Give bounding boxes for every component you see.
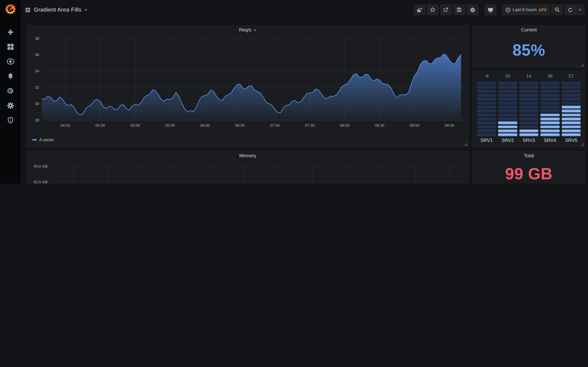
y-tick-label: 28 <box>35 118 39 122</box>
y-tick-label: 30 <box>35 101 39 106</box>
gauge-cell-unlit <box>477 125 496 128</box>
dashboard-settings-button[interactable] <box>467 5 478 15</box>
explore-compass-icon[interactable] <box>0 54 21 69</box>
gauge-labels-row: SRV1SRV2SRV3SRV4SRV5 <box>477 138 581 145</box>
gauge-cell-lit <box>562 129 581 133</box>
header: Gradient Area Fills ▼ <box>21 0 588 20</box>
refresh-button[interactable] <box>565 5 576 15</box>
gauge-cell-lit <box>562 109 581 113</box>
x-tick-label: 08:00 <box>340 123 349 128</box>
alerting-bell-icon[interactable] <box>0 69 21 83</box>
add-panel-button[interactable] <box>414 5 425 15</box>
time-range-picker[interactable]: Last 6 hours UTC <box>502 5 550 15</box>
time-series-chart-red[interactable]: 45.0 GB42.5 GB40.0 GB37.5 GB35.0 GB32.5 … <box>27 151 468 184</box>
time-range-label: Last 6 hours <box>513 7 537 12</box>
configuration-gear-icon[interactable] <box>0 98 21 113</box>
gauge-cell-unlit <box>519 125 538 128</box>
gauge-cell-unlit <box>519 106 538 109</box>
gauge-cell-lit <box>562 125 581 128</box>
gauge-cell-lit <box>540 125 560 128</box>
x-tick-label: 05:00 <box>130 123 140 128</box>
panel-total-stat: Total 99 GB <box>473 151 585 184</box>
gauge-cell-unlit <box>540 90 560 93</box>
gauge-cell-unlit <box>498 101 517 105</box>
gauge-cell-lit <box>498 125 517 128</box>
main-area: Gradient Area Fills ▼ <box>21 0 588 184</box>
gauge-columns <box>477 82 581 136</box>
globe-icon[interactable] <box>0 83 21 98</box>
gauge-cell-unlit <box>477 109 496 113</box>
gauge-cell-unlit <box>498 117 517 121</box>
gauge-column <box>540 82 560 136</box>
gauge-cell-unlit <box>498 90 517 93</box>
gauge-cell-lit <box>562 106 581 109</box>
x-tick-label: 07:00 <box>270 123 280 128</box>
gauge-label: SRV2 <box>498 138 517 145</box>
stat-value-current: 85% <box>473 35 585 65</box>
gauge-cell-lit <box>562 117 581 121</box>
y-tick-label: 45.0 GB <box>34 164 48 169</box>
x-tick-label: 04:30 <box>95 123 105 128</box>
share-button[interactable] <box>440 5 452 15</box>
gauge-values-row: -926143857 <box>477 73 581 81</box>
server-admin-shield-icon[interactable] <box>0 113 21 128</box>
dashboard-title[interactable]: Gradient Area Fills <box>34 7 81 13</box>
gauge-cell-unlit <box>519 94 538 97</box>
gauge-cell-unlit <box>562 90 581 93</box>
create-plus-icon[interactable] <box>0 25 21 40</box>
gauge-cell-lit <box>519 133 538 136</box>
dashboard-grid-icon[interactable] <box>25 7 30 12</box>
gauge-cell-unlit <box>519 117 538 121</box>
grafana-logo[interactable] <box>4 2 17 16</box>
y-tick-label: 42.5 GB <box>34 180 48 184</box>
gauge-value: 26 <box>498 73 517 81</box>
gauge-value: 14 <box>519 73 538 81</box>
gauge-cell-unlit <box>498 98 517 101</box>
dashboard-title-caret-icon[interactable]: ▼ <box>84 8 88 12</box>
gauge-cell-unlit <box>477 129 496 133</box>
x-tick-label: 07:30 <box>305 123 314 128</box>
gauge-label: SRV1 <box>477 138 496 145</box>
gauge-cell-unlit <box>540 98 560 101</box>
x-tick-label: 04:00 <box>60 123 70 128</box>
gauge-cell-unlit <box>540 94 560 97</box>
star-button[interactable] <box>427 5 438 15</box>
gauge-cell-unlit <box>498 86 517 89</box>
gauge-cell-lit <box>540 129 560 133</box>
gauge-cell-lit <box>540 133 560 136</box>
y-tick-label: 38 <box>35 36 39 41</box>
panel-srv-bargauge: -926143857SRV1SRV2SRV3SRV4SRV5 <box>473 70 585 147</box>
x-tick-label: 09:30 <box>445 123 454 128</box>
gauge-cell-unlit <box>498 109 517 113</box>
gauge-cell-unlit <box>540 101 560 105</box>
gauge-cell-lit <box>540 117 560 121</box>
panel-current-stat: Current 85% <box>473 25 585 68</box>
gauge-column <box>498 82 517 136</box>
gauge-cell-unlit <box>477 86 496 89</box>
cycle-view-mode-button[interactable] <box>484 5 496 15</box>
y-tick-label: 36 <box>35 53 39 57</box>
gauge-cell-unlit <box>477 113 496 117</box>
zoom-out-button[interactable] <box>551 5 563 15</box>
time-series-chart-blue[interactable]: 38363432302804:0004:3005:0005:3006:0006:… <box>27 25 468 147</box>
sidebar: ? <box>0 0 21 184</box>
gauge-label: SRV4 <box>540 138 560 145</box>
gauge-cell-lit <box>498 129 517 133</box>
x-tick-label: 06:30 <box>235 123 245 128</box>
gauge-cell-unlit <box>540 86 560 89</box>
gauge-cell-unlit <box>477 94 496 97</box>
save-button[interactable] <box>453 5 465 15</box>
gauge-cell-unlit <box>519 90 538 93</box>
panel-title[interactable]: Current <box>473 27 585 33</box>
gauge-cell-unlit <box>477 82 496 85</box>
refresh-icon <box>568 7 573 12</box>
gauge-cell-lit <box>540 113 560 117</box>
dashboards-grid-icon[interactable] <box>0 40 21 54</box>
gauge-cell-unlit <box>562 98 581 101</box>
gauge-cell-unlit <box>519 98 538 101</box>
panel-title[interactable]: Total <box>473 153 585 158</box>
gauge-cell-unlit <box>562 94 581 97</box>
panel-req-blue: Req/s▼ 38363432302804:0004:3005:0005:300… <box>27 25 469 147</box>
legend-a-series[interactable]: A-series <box>32 138 54 142</box>
refresh-interval-caret[interactable]: ▼ <box>576 5 584 15</box>
